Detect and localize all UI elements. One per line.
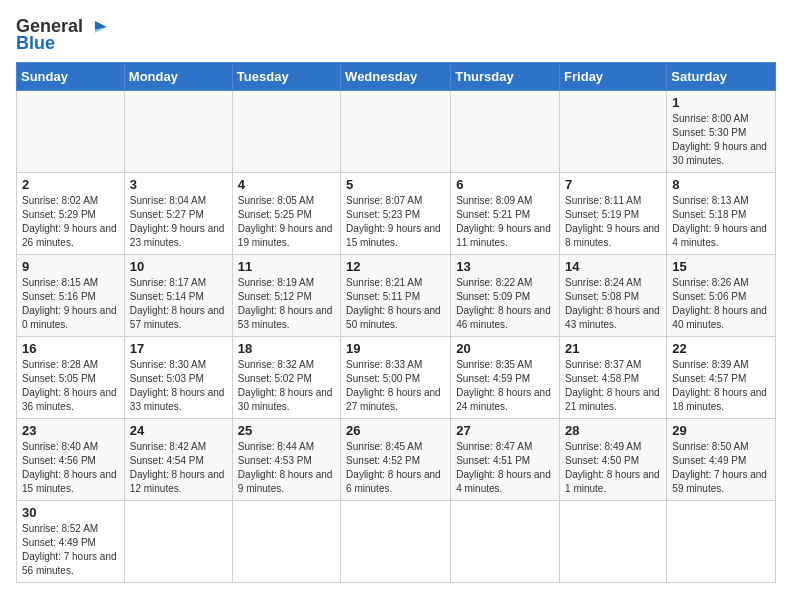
weekday-header-tuesday: Tuesday	[232, 62, 340, 90]
day-number: 25	[238, 423, 335, 438]
page-header: General Blue	[16, 16, 776, 54]
weekday-header-friday: Friday	[560, 62, 667, 90]
day-number: 5	[346, 177, 445, 192]
day-info: Sunrise: 8:07 AMSunset: 5:23 PMDaylight:…	[346, 194, 445, 250]
calendar-cell: 25Sunrise: 8:44 AMSunset: 4:53 PMDayligh…	[232, 418, 340, 500]
day-number: 30	[22, 505, 119, 520]
day-number: 20	[456, 341, 554, 356]
day-info: Sunrise: 8:28 AMSunset: 5:05 PMDaylight:…	[22, 358, 119, 414]
day-number: 1	[672, 95, 770, 110]
calendar-cell	[560, 500, 667, 582]
day-info: Sunrise: 8:21 AMSunset: 5:11 PMDaylight:…	[346, 276, 445, 332]
day-number: 12	[346, 259, 445, 274]
day-info: Sunrise: 8:17 AMSunset: 5:14 PMDaylight:…	[130, 276, 227, 332]
day-info: Sunrise: 8:49 AMSunset: 4:50 PMDaylight:…	[565, 440, 661, 496]
day-number: 9	[22, 259, 119, 274]
calendar-cell: 19Sunrise: 8:33 AMSunset: 5:00 PMDayligh…	[341, 336, 451, 418]
calendar-cell: 9Sunrise: 8:15 AMSunset: 5:16 PMDaylight…	[17, 254, 125, 336]
calendar-cell	[451, 90, 560, 172]
calendar-cell: 12Sunrise: 8:21 AMSunset: 5:11 PMDayligh…	[341, 254, 451, 336]
calendar-cell	[232, 90, 340, 172]
calendar-week-5: 23Sunrise: 8:40 AMSunset: 4:56 PMDayligh…	[17, 418, 776, 500]
day-info: Sunrise: 8:15 AMSunset: 5:16 PMDaylight:…	[22, 276, 119, 332]
day-info: Sunrise: 8:26 AMSunset: 5:06 PMDaylight:…	[672, 276, 770, 332]
day-info: Sunrise: 8:37 AMSunset: 4:58 PMDaylight:…	[565, 358, 661, 414]
day-number: 7	[565, 177, 661, 192]
day-number: 11	[238, 259, 335, 274]
day-number: 23	[22, 423, 119, 438]
day-info: Sunrise: 8:52 AMSunset: 4:49 PMDaylight:…	[22, 522, 119, 578]
day-number: 4	[238, 177, 335, 192]
calendar-cell: 7Sunrise: 8:11 AMSunset: 5:19 PMDaylight…	[560, 172, 667, 254]
day-info: Sunrise: 8:42 AMSunset: 4:54 PMDaylight:…	[130, 440, 227, 496]
calendar-cell	[17, 90, 125, 172]
day-number: 15	[672, 259, 770, 274]
day-info: Sunrise: 8:11 AMSunset: 5:19 PMDaylight:…	[565, 194, 661, 250]
calendar-cell: 17Sunrise: 8:30 AMSunset: 5:03 PMDayligh…	[124, 336, 232, 418]
weekday-header-row: SundayMondayTuesdayWednesdayThursdayFrid…	[17, 62, 776, 90]
calendar-week-4: 16Sunrise: 8:28 AMSunset: 5:05 PMDayligh…	[17, 336, 776, 418]
calendar-cell	[341, 90, 451, 172]
calendar-table: SundayMondayTuesdayWednesdayThursdayFrid…	[16, 62, 776, 583]
calendar-cell: 23Sunrise: 8:40 AMSunset: 4:56 PMDayligh…	[17, 418, 125, 500]
calendar-cell: 18Sunrise: 8:32 AMSunset: 5:02 PMDayligh…	[232, 336, 340, 418]
day-info: Sunrise: 8:45 AMSunset: 4:52 PMDaylight:…	[346, 440, 445, 496]
day-info: Sunrise: 8:09 AMSunset: 5:21 PMDaylight:…	[456, 194, 554, 250]
day-info: Sunrise: 8:32 AMSunset: 5:02 PMDaylight:…	[238, 358, 335, 414]
day-number: 18	[238, 341, 335, 356]
calendar-cell	[124, 500, 232, 582]
day-info: Sunrise: 8:00 AMSunset: 5:30 PMDaylight:…	[672, 112, 770, 168]
day-info: Sunrise: 8:35 AMSunset: 4:59 PMDaylight:…	[456, 358, 554, 414]
day-number: 14	[565, 259, 661, 274]
day-info: Sunrise: 8:44 AMSunset: 4:53 PMDaylight:…	[238, 440, 335, 496]
calendar-cell	[560, 90, 667, 172]
calendar-cell: 21Sunrise: 8:37 AMSunset: 4:58 PMDayligh…	[560, 336, 667, 418]
calendar-week-2: 2Sunrise: 8:02 AMSunset: 5:29 PMDaylight…	[17, 172, 776, 254]
day-info: Sunrise: 8:50 AMSunset: 4:49 PMDaylight:…	[672, 440, 770, 496]
calendar-cell: 5Sunrise: 8:07 AMSunset: 5:23 PMDaylight…	[341, 172, 451, 254]
day-number: 3	[130, 177, 227, 192]
day-info: Sunrise: 8:30 AMSunset: 5:03 PMDaylight:…	[130, 358, 227, 414]
calendar-week-3: 9Sunrise: 8:15 AMSunset: 5:16 PMDaylight…	[17, 254, 776, 336]
day-number: 27	[456, 423, 554, 438]
day-number: 28	[565, 423, 661, 438]
calendar-cell: 15Sunrise: 8:26 AMSunset: 5:06 PMDayligh…	[667, 254, 776, 336]
day-number: 24	[130, 423, 227, 438]
weekday-header-saturday: Saturday	[667, 62, 776, 90]
calendar-cell: 26Sunrise: 8:45 AMSunset: 4:52 PMDayligh…	[341, 418, 451, 500]
calendar-cell	[451, 500, 560, 582]
calendar-cell: 6Sunrise: 8:09 AMSunset: 5:21 PMDaylight…	[451, 172, 560, 254]
day-number: 13	[456, 259, 554, 274]
day-number: 22	[672, 341, 770, 356]
calendar-cell: 22Sunrise: 8:39 AMSunset: 4:57 PMDayligh…	[667, 336, 776, 418]
calendar-cell: 28Sunrise: 8:49 AMSunset: 4:50 PMDayligh…	[560, 418, 667, 500]
calendar-cell: 27Sunrise: 8:47 AMSunset: 4:51 PMDayligh…	[451, 418, 560, 500]
day-info: Sunrise: 8:19 AMSunset: 5:12 PMDaylight:…	[238, 276, 335, 332]
day-info: Sunrise: 8:24 AMSunset: 5:08 PMDaylight:…	[565, 276, 661, 332]
calendar-cell: 4Sunrise: 8:05 AMSunset: 5:25 PMDaylight…	[232, 172, 340, 254]
day-number: 10	[130, 259, 227, 274]
weekday-header-thursday: Thursday	[451, 62, 560, 90]
day-info: Sunrise: 8:47 AMSunset: 4:51 PMDaylight:…	[456, 440, 554, 496]
day-number: 17	[130, 341, 227, 356]
calendar-cell: 3Sunrise: 8:04 AMSunset: 5:27 PMDaylight…	[124, 172, 232, 254]
calendar-cell	[667, 500, 776, 582]
calendar-cell: 13Sunrise: 8:22 AMSunset: 5:09 PMDayligh…	[451, 254, 560, 336]
logo: General Blue	[16, 16, 107, 54]
calendar-cell: 11Sunrise: 8:19 AMSunset: 5:12 PMDayligh…	[232, 254, 340, 336]
calendar-cell: 2Sunrise: 8:02 AMSunset: 5:29 PMDaylight…	[17, 172, 125, 254]
day-info: Sunrise: 8:39 AMSunset: 4:57 PMDaylight:…	[672, 358, 770, 414]
calendar-cell: 20Sunrise: 8:35 AMSunset: 4:59 PMDayligh…	[451, 336, 560, 418]
day-number: 16	[22, 341, 119, 356]
day-info: Sunrise: 8:33 AMSunset: 5:00 PMDaylight:…	[346, 358, 445, 414]
day-info: Sunrise: 8:13 AMSunset: 5:18 PMDaylight:…	[672, 194, 770, 250]
calendar-cell: 1Sunrise: 8:00 AMSunset: 5:30 PMDaylight…	[667, 90, 776, 172]
calendar-cell: 30Sunrise: 8:52 AMSunset: 4:49 PMDayligh…	[17, 500, 125, 582]
day-number: 21	[565, 341, 661, 356]
calendar-week-6: 30Sunrise: 8:52 AMSunset: 4:49 PMDayligh…	[17, 500, 776, 582]
day-info: Sunrise: 8:02 AMSunset: 5:29 PMDaylight:…	[22, 194, 119, 250]
day-number: 19	[346, 341, 445, 356]
day-info: Sunrise: 8:22 AMSunset: 5:09 PMDaylight:…	[456, 276, 554, 332]
calendar-cell: 24Sunrise: 8:42 AMSunset: 4:54 PMDayligh…	[124, 418, 232, 500]
calendar-cell: 29Sunrise: 8:50 AMSunset: 4:49 PMDayligh…	[667, 418, 776, 500]
